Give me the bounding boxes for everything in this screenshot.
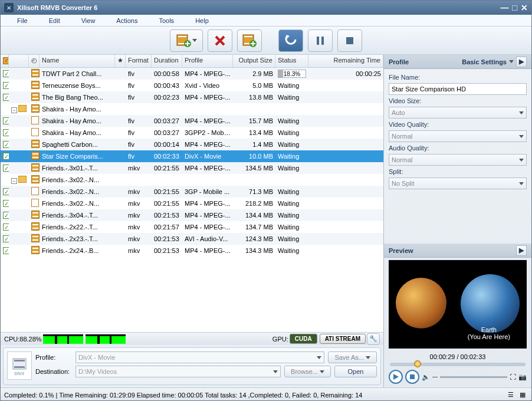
menu-help[interactable]: Help [185, 17, 219, 24]
audioquality-select[interactable]: Normal [389, 154, 527, 166]
add-file-button[interactable] [170, 29, 203, 52]
menu-actions[interactable]: Actions [106, 17, 148, 24]
seek-slider[interactable] [390, 363, 526, 366]
table-row[interactable]: −Shakira - Hay Amo... [1, 103, 383, 115]
col-star[interactable]: ★ [115, 55, 126, 67]
menu-file[interactable]: File [6, 17, 38, 24]
col-format[interactable]: Format [126, 55, 152, 67]
file-list-pane: ✓ ◴ Name ★ Format Duration Profile Outpu… [1, 55, 384, 387]
delete-button[interactable] [208, 29, 232, 52]
profile-toggle-icon[interactable]: ▶ [516, 57, 527, 67]
dest-combo[interactable]: D:\My Videos [75, 366, 281, 377]
preview-title: Preview [389, 247, 413, 254]
table-row[interactable]: ✓Star Size Comparis...flv00:02:33DivX - … [1, 150, 383, 162]
output-panel: DIVX Profile: DivX - Movie Save As... De… [3, 347, 381, 385]
table-row[interactable]: −Friends.-.3x02.-.N... [1, 174, 383, 186]
videosize-label: Video Size: [389, 97, 527, 104]
browse-button[interactable]: Browse... [284, 366, 331, 377]
wrench-icon[interactable]: 🔧 [367, 333, 380, 345]
filename-input[interactable] [389, 83, 527, 95]
table-row[interactable]: ✓Friends.-.3x01.-.T...mkv00:21:55MP4 - M… [1, 162, 383, 174]
chevron-down-icon [192, 39, 197, 42]
filename-label: File Name: [389, 74, 527, 81]
table-row[interactable]: ✓Friends.-.3x02.-.N...mkv00:21:553GP - M… [1, 186, 383, 198]
table-row[interactable]: ✓Shakira - Hay Amo...flv00:03:273GPP2 - … [1, 127, 383, 139]
split-select[interactable]: No Split [389, 178, 527, 189]
col-type-icon[interactable]: ◴ [29, 55, 40, 67]
open-button[interactable]: Open [334, 366, 377, 377]
table-row[interactable]: ✓The Big Bang Theo...flv00:02:23MP4 - MP… [1, 91, 383, 103]
profile-title: Profile [389, 58, 409, 65]
svg-rect-5 [244, 36, 252, 37]
col-remaining[interactable]: Remaining Time [308, 55, 383, 67]
ati-badge: ATI STREAM [320, 334, 366, 344]
list-view-icon[interactable]: ☰ [505, 391, 516, 399]
gpu-label: GPU: [272, 336, 288, 343]
right-pane: Profile Basic Settings ▶ File Name: Vide… [384, 55, 531, 387]
profile-combo[interactable]: DivX - Movie [75, 351, 324, 363]
table-row[interactable]: ✓Friends.-.3x04.-.T...mkv00:21:53MP4 - M… [1, 209, 383, 221]
table-row[interactable]: ✓Terneuzense Boys...flv00:00:43Xvid - Vi… [1, 80, 383, 91]
footer-text: Completed: 0.1% | Time Remaining: 01:29:… [4, 392, 362, 399]
app-logo-icon: ✕ [4, 3, 14, 12]
pause-button[interactable] [308, 29, 333, 52]
profile-header: Profile Basic Settings ▶ [384, 55, 531, 69]
volume-icon[interactable]: 🔈 [422, 373, 430, 381]
profile-badge-icon: DIVX [7, 351, 32, 380]
grid-view-icon[interactable]: ▦ [517, 391, 528, 399]
svg-rect-10 [346, 37, 353, 44]
add-profile-button[interactable] [237, 29, 262, 52]
svg-rect-9 [321, 37, 324, 45]
cuda-badge: CUDA [290, 334, 317, 344]
volume-slider[interactable] [440, 376, 507, 378]
col-status[interactable]: Status [275, 55, 308, 67]
table-row[interactable]: ✓Shakira - Hay Amo...flv00:03:27MP4 - MP… [1, 115, 383, 127]
cpu-value: 88.28% [19, 336, 41, 343]
maximize-icon[interactable]: □ [513, 3, 517, 12]
audioquality-label: Audio Quality: [389, 144, 527, 152]
col-output[interactable]: Output Size [233, 55, 275, 67]
profile-label: Profile: [35, 354, 72, 361]
grid-body[interactable]: ✓TDWT Part 2 Chall...flv00:00:58MP4 - MP… [1, 68, 383, 332]
table-row[interactable]: ✓Spaghetti Carbon...flv00:00:14MP4 - MPE… [1, 139, 383, 150]
preview-canvas: Earth(You Are Here) [389, 260, 527, 349]
menubar: File Edit View Actions Tools Help [1, 15, 531, 27]
svg-rect-1 [178, 36, 186, 37]
stop-button[interactable] [337, 29, 362, 52]
col-name[interactable]: Name [40, 55, 115, 67]
earth-label: Earth(You Are Here) [468, 326, 510, 340]
menu-view[interactable]: View [71, 17, 106, 24]
videosize-select[interactable]: Auto [389, 107, 527, 119]
grid-header: ✓ ◴ Name ★ Format Duration Profile Outpu… [1, 55, 383, 68]
table-row[interactable]: ✓TDWT Part 2 Chall...flv00:00:58MP4 - MP… [1, 68, 383, 80]
play-button[interactable] [389, 370, 403, 384]
col-checkbox[interactable]: ✓ [1, 55, 9, 67]
col-profile[interactable]: Profile [182, 55, 233, 67]
menu-edit[interactable]: Edit [38, 17, 71, 24]
videoquality-select[interactable]: Normal [389, 130, 527, 142]
stop-preview-button[interactable] [405, 370, 419, 384]
titlebar[interactable]: ✕ Xilisoft RMVB Converter 6 — □ ✕ [1, 1, 531, 15]
save-as-button[interactable]: Save As... [328, 351, 377, 363]
preview-toggle-icon[interactable]: ▶ [516, 245, 527, 256]
menu-tools[interactable]: Tools [148, 17, 185, 24]
table-row[interactable]: ✓Friends.-.2x23.-.T...mkv00:21:53AVI - A… [1, 233, 383, 245]
close-icon[interactable]: ✕ [521, 3, 528, 12]
convert-button[interactable] [278, 29, 303, 52]
table-row[interactable]: ✓Friends.-.2x22.-.T...mkv00:21:57MP4 - M… [1, 221, 383, 233]
videoquality-label: Video Quality: [389, 121, 527, 128]
profile-mode[interactable]: Basic Settings [462, 58, 507, 65]
camera-icon[interactable]: 📷 [518, 373, 527, 381]
cpu-label: CPU: [4, 336, 19, 343]
table-row[interactable]: ✓Friends.-.3x02.-.N...mkv00:21:55MP4 - M… [1, 198, 383, 209]
svg-rect-12 [14, 360, 25, 361]
window-title: Xilisoft RMVB Converter 6 [17, 4, 501, 11]
table-row[interactable]: ✓Friends.-.2x24.-.B...mkv00:21:53MP4 - M… [1, 245, 383, 257]
minimize-icon[interactable]: — [501, 3, 509, 12]
dest-label: Destination: [35, 368, 72, 375]
col-duration[interactable]: Duration [152, 55, 182, 67]
split-label: Split: [389, 168, 527, 175]
cpu-spark-icon [43, 334, 83, 344]
preview-time: 00:00:29 / 00:02:33 [384, 353, 531, 360]
snapshot-icon[interactable]: ⛶ [510, 373, 516, 380]
